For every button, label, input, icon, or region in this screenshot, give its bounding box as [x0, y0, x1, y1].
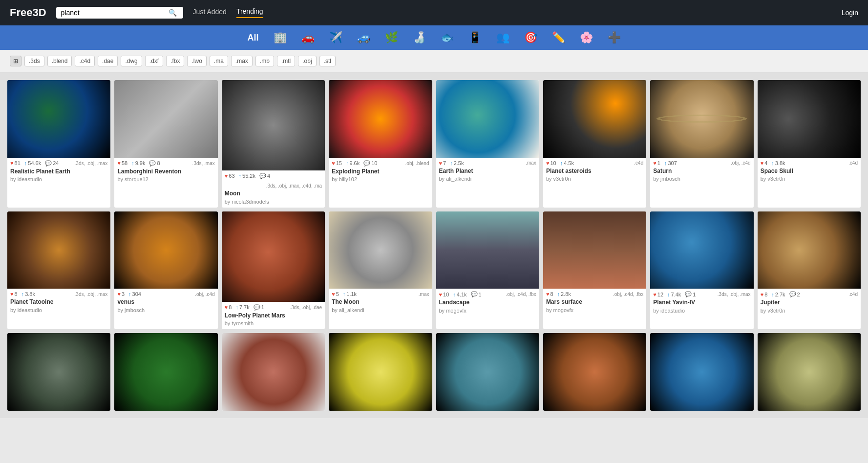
format-c4d[interactable]: .c4d [75, 56, 95, 66]
model-card-13[interactable]: ♥10 ↑4.1k 💬1 .obj, .c4d, .fbx Landscape … [436, 211, 539, 330]
card-info-10: ♥3 ↑304 .obj, .c4d venus by jmbosch [114, 289, 217, 316]
model-card-10[interactable]: ♥3 ↑304 .obj, .c4d venus by jmbosch [114, 211, 217, 330]
card-author-11: by tyrosmith [225, 320, 322, 326]
format-dxf[interactable]: .dxf [145, 56, 163, 66]
filter-toggle[interactable]: ⊞ [10, 56, 21, 66]
format-dae[interactable]: .dae [98, 56, 118, 66]
category-electronics[interactable]: 📱 [468, 31, 482, 44]
category-weapons[interactable]: ✏️ [552, 31, 565, 44]
card-stats-12: ♥5 ↑1.1k .max [332, 291, 429, 297]
category-aircraft[interactable]: ✈️ [329, 31, 342, 44]
model-card-r3-4[interactable] [329, 333, 432, 411]
stat-hearts-3: ♥63 [225, 173, 235, 179]
stat-formats-12: .max [419, 292, 429, 297]
category-nature[interactable]: 🌿 [385, 31, 398, 44]
model-card-4[interactable]: ♥15 ↑9.6k 💬10 .obj, .blend Exploding Pla… [329, 80, 432, 208]
card-stats-4: ♥15 ↑9.6k 💬10 .obj, .blend [332, 160, 429, 167]
model-thumb-10 [114, 211, 217, 289]
model-card-3[interactable]: ♥63 ↑55.2k 💬4 .3ds, .obj, .max, .c4d, .m… [222, 80, 325, 208]
format-lwo[interactable]: .lwo [187, 56, 206, 66]
format-blend[interactable]: .blend [47, 56, 72, 66]
card-title-2: Lamborghini Reventon [117, 168, 214, 176]
model-thumb-15 [650, 211, 753, 289]
model-card-1[interactable]: ♥81 ↑54.6k 💬24 .3ds, .obj, .max Realisti… [7, 80, 110, 208]
card-stats-13: ♥10 ↑4.1k 💬1 .obj, .c4d, .fbx [439, 291, 536, 297]
model-card-5[interactable]: ♥7 ↑2.5k .max Earth Planet by ali_alkend… [436, 80, 539, 208]
card-title-6: Planet asteroids [546, 168, 643, 175]
search-input[interactable] [61, 9, 169, 17]
category-characters[interactable]: 👥 [496, 31, 509, 44]
category-vehicles[interactable]: 🚗 [301, 31, 315, 44]
card-info-15: ♥12 ↑7.4k 💬1 .3ds, .obj, .max Planet Yav… [650, 289, 753, 316]
format-obj[interactable]: .obj [298, 56, 316, 66]
model-card-r3-6[interactable] [543, 333, 646, 411]
category-cars[interactable]: 🚙 [357, 31, 370, 44]
category-sports[interactable]: 🎯 [524, 31, 537, 44]
nav-trending[interactable]: Trending [236, 7, 263, 18]
model-card-r3-3[interactable] [222, 333, 325, 411]
card-title-1: Realistic Planet Earth [10, 168, 107, 176]
stat-formats-16: .c4d [848, 292, 858, 297]
card-stats-14: ♥8 ↑2.8k .obj, .c4d, .fbx [546, 291, 643, 297]
login-button[interactable]: Login [842, 9, 858, 17]
format-ma[interactable]: .ma [210, 56, 228, 66]
card-author-2: by storque12 [117, 176, 214, 182]
header: Free3D 🔍 Just Added Trending Login [0, 0, 868, 25]
model-card-9[interactable]: ♥8 ↑3.8k .3ds, .obj, .max Planet Tatooin… [7, 211, 110, 330]
category-buildings[interactable]: 🏢 [274, 31, 287, 44]
card-author-12: by ali_alkendi [332, 307, 429, 313]
category-more[interactable]: ➕ [608, 31, 621, 44]
format-mtl[interactable]: .mtl [277, 56, 295, 66]
model-card-r3-1[interactable] [7, 333, 110, 411]
model-card-2[interactable]: ♥58 ↑9.9k 💬8 .3ds, .max Lamborghini Reve… [114, 80, 217, 208]
stat-formats-6: .c4d [634, 160, 643, 166]
model-card-r3-2[interactable] [114, 333, 217, 411]
format-mb[interactable]: .mb [255, 56, 274, 66]
stat-formats-1: .3ds, .obj, .max [75, 161, 108, 166]
stat-comments-1: 💬24 [45, 160, 59, 167]
main-nav: Just Added Trending [193, 7, 263, 18]
model-thumb-r3-6 [543, 333, 646, 411]
model-card-7[interactable]: ♥1 ↑307 .obj, .c4d Saturn by jmbosch [650, 80, 753, 208]
nav-just-added[interactable]: Just Added [193, 8, 227, 18]
stat-hearts-12: ♥5 [332, 291, 339, 297]
format-max[interactable]: .max [231, 56, 253, 66]
category-objects[interactable]: 🍶 [413, 31, 426, 44]
stat-formats-3: .3ds, .obj, .max, .c4d, .ma [266, 183, 322, 189]
model-card-11[interactable]: ♥8 ↑7.7k 💬1 .3ds, .obj, .dae Low-Poly Pl… [222, 211, 325, 330]
stat-hearts-5: ♥7 [439, 160, 446, 166]
model-thumb-12 [329, 211, 432, 289]
card-title-3: Moon [225, 190, 322, 198]
card-info-1: ♥81 ↑54.6k 💬24 .3ds, .obj, .max Realisti… [7, 158, 110, 186]
model-card-r3-8[interactable] [758, 333, 861, 411]
stat-hearts-15: ♥12 [653, 292, 663, 297]
stat-comments-15: 💬1 [685, 291, 696, 297]
model-card-8[interactable]: ♥4 ↑3.8k .c4d Space Skull by v3ctr0n [758, 80, 861, 208]
model-card-14[interactable]: ♥8 ↑2.8k .obj, .c4d, .fbx Mars surface b… [543, 211, 646, 330]
model-card-r3-5[interactable] [436, 333, 539, 411]
format-3ds[interactable]: .3ds [24, 56, 44, 66]
format-stl[interactable]: .stl [319, 56, 336, 66]
card-author-7: by jmbosch [653, 176, 750, 182]
model-card-15[interactable]: ♥12 ↑7.4k 💬1 .3ds, .obj, .max Planet Yav… [650, 211, 753, 330]
category-all[interactable]: All [247, 33, 258, 43]
format-fbx[interactable]: .fbx [166, 56, 184, 66]
model-card-r3-7[interactable] [650, 333, 753, 411]
category-animals[interactable]: 🐟 [441, 31, 454, 44]
model-card-12[interactable]: ♥5 ↑1.1k .max The Moon by ali_alkendi [329, 211, 432, 330]
model-thumb-16 [758, 211, 861, 289]
stat-downloads-9: ↑3.8k [21, 291, 35, 297]
category-plants[interactable]: 🌸 [580, 31, 593, 44]
logo: Free3D [10, 6, 46, 19]
stat-formats-10: .obj, .c4d [195, 292, 215, 297]
stat-hearts-7: ♥1 [653, 160, 660, 166]
stat-formats-11: .3ds, .obj, .dae [290, 305, 322, 310]
model-thumb-9 [7, 211, 110, 289]
card-author-4: by billy102 [332, 176, 429, 182]
card-author-8: by v3ctr0n [761, 176, 858, 182]
format-dwg[interactable]: .dwg [121, 56, 142, 66]
model-card-6[interactable]: ♥10 ↑4.5k .c4d Planet asteroids by v3ctr… [543, 80, 646, 208]
stat-downloads-2: ↑9.9k [131, 160, 145, 166]
model-card-16[interactable]: ♥8 ↑2.7k 💬2 .c4d Jupiter by v3ctr0n [758, 211, 861, 330]
model-thumb-r3-5 [436, 333, 539, 411]
